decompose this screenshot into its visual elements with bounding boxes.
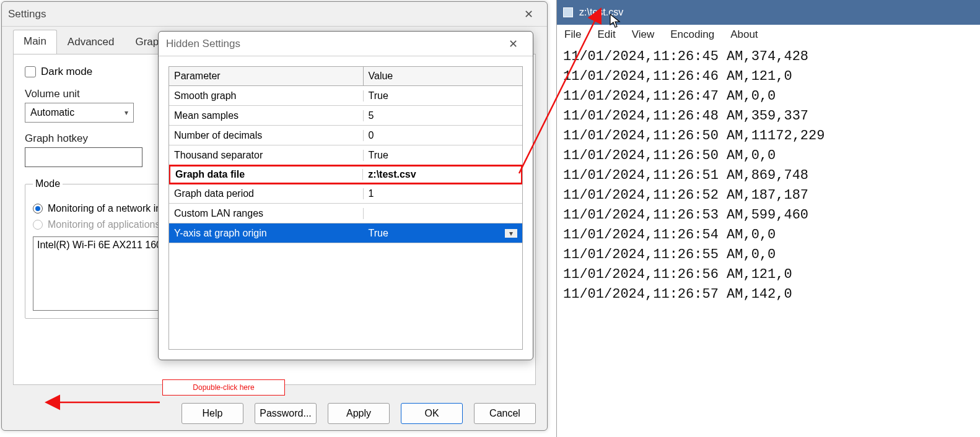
grid-header: Parameter Value: [169, 67, 522, 86]
volume-unit-select[interactable]: Automatic ▾: [25, 103, 134, 123]
menu-view[interactable]: View: [632, 28, 655, 41]
param-cell: Graph data file: [170, 169, 363, 180]
column-value[interactable]: Value: [364, 67, 523, 85]
value-cell[interactable]: True: [364, 90, 523, 102]
graph-hotkey-input[interactable]: [25, 147, 142, 167]
table-row[interactable]: Number of decimals0: [169, 126, 522, 145]
table-row[interactable]: Mean samples5: [169, 106, 522, 126]
apply-button[interactable]: Apply: [328, 403, 390, 424]
grid-rows: Smooth graphTrueMean samples5Number of d…: [169, 86, 522, 349]
param-cell: Graph data period: [169, 188, 364, 199]
close-icon[interactable]: ✕: [516, 7, 541, 21]
notepad-title: z:\test.csv: [579, 7, 623, 18]
notepad-titlebar: z:\test.csv: [557, 0, 980, 25]
settings-footer: Help Password... Apply OK Cancel: [2, 403, 547, 424]
table-row[interactable]: Graph data period1: [169, 184, 522, 204]
menu-edit[interactable]: Edit: [597, 28, 615, 41]
table-row[interactable]: Y-axis at graph originTrue▾: [169, 223, 522, 243]
value-text: 0: [369, 130, 374, 141]
param-cell: Thousand separator: [169, 150, 364, 161]
help-button[interactable]: Help: [182, 403, 243, 424]
menu-about[interactable]: About: [730, 28, 758, 41]
settings-title: Settings: [8, 8, 516, 20]
dark-mode-checkbox[interactable]: [25, 66, 36, 77]
value-text: 5: [369, 110, 374, 121]
value-cell[interactable]: 0: [364, 130, 523, 141]
radio-monitor-apps-label: Monitoring of applications: [48, 219, 160, 230]
chevron-down-icon: ▾: [125, 108, 128, 117]
value-cell[interactable]: z:\test.csv: [363, 169, 521, 180]
param-cell: Mean samples: [169, 110, 364, 121]
hidden-settings-grid: Parameter Value Smooth graphTrueMean sam…: [168, 66, 523, 350]
table-row[interactable]: Custom LAN ranges: [169, 204, 522, 223]
hidden-settings-titlebar: Hidden Settings ✕: [159, 32, 533, 56]
value-text: 1: [369, 188, 374, 199]
menu-file[interactable]: File: [564, 28, 581, 41]
value-text: True: [369, 150, 388, 161]
radio-monitor-apps[interactable]: [33, 220, 43, 230]
param-cell: Smooth graph: [169, 90, 364, 102]
table-row[interactable]: Smooth graphTrue: [169, 86, 522, 106]
password-button[interactable]: Password...: [255, 403, 317, 424]
value-text: True: [369, 228, 388, 239]
menu-encoding[interactable]: Encoding: [670, 28, 714, 41]
value-cell[interactable]: 1: [364, 188, 523, 199]
tab-main[interactable]: Main: [13, 30, 57, 54]
mode-legend: Mode: [33, 178, 63, 189]
notepad-window: z:\test.csv File Edit View Encoding Abou…: [556, 0, 980, 437]
radio-monitor-network[interactable]: [33, 204, 43, 214]
param-cell: Custom LAN ranges: [169, 208, 364, 219]
param-cell: Y-axis at graph origin: [169, 228, 364, 239]
settings-titlebar: Settings ✕: [2, 2, 547, 27]
dark-mode-label: Dark mode: [41, 66, 92, 78]
document-icon: [563, 7, 573, 17]
hidden-settings-title: Hidden Settings: [166, 38, 240, 50]
value-text: z:\test.csv: [368, 169, 416, 180]
hidden-settings-dialog: Hidden Settings ✕ Parameter Value Smooth…: [158, 31, 533, 360]
close-icon[interactable]: ✕: [501, 37, 525, 51]
list-item[interactable]: Intel(R) Wi-Fi 6E AX211 160MHz: [37, 240, 159, 251]
table-row[interactable]: Thousand separatorTrue: [169, 145, 522, 165]
column-parameter[interactable]: Parameter: [169, 67, 364, 85]
value-cell[interactable]: True: [364, 150, 523, 161]
chevron-down-icon[interactable]: ▾: [505, 229, 517, 238]
param-cell: Number of decimals: [169, 130, 364, 141]
tab-advanced[interactable]: Advanced: [57, 30, 125, 54]
cancel-button[interactable]: Cancel: [474, 403, 536, 424]
annotation-doubleclick: Dopuble-click here: [162, 379, 285, 396]
volume-unit-value: Automatic: [30, 107, 74, 118]
value-cell[interactable]: 5: [364, 110, 523, 121]
value-cell[interactable]: True▾: [364, 228, 523, 239]
value-text: True: [369, 90, 388, 102]
table-row[interactable]: Graph data filez:\test.csv: [168, 165, 523, 184]
notepad-text-area[interactable]: 11/01/2024,11:26:45 AM,374,428 11/01/202…: [557, 47, 980, 305]
interface-listbox[interactable]: Intel(R) Wi-Fi 6E AX211 160MHz: [33, 236, 163, 311]
notepad-menubar: File Edit View Encoding About: [557, 25, 980, 47]
ok-button[interactable]: OK: [401, 403, 463, 424]
